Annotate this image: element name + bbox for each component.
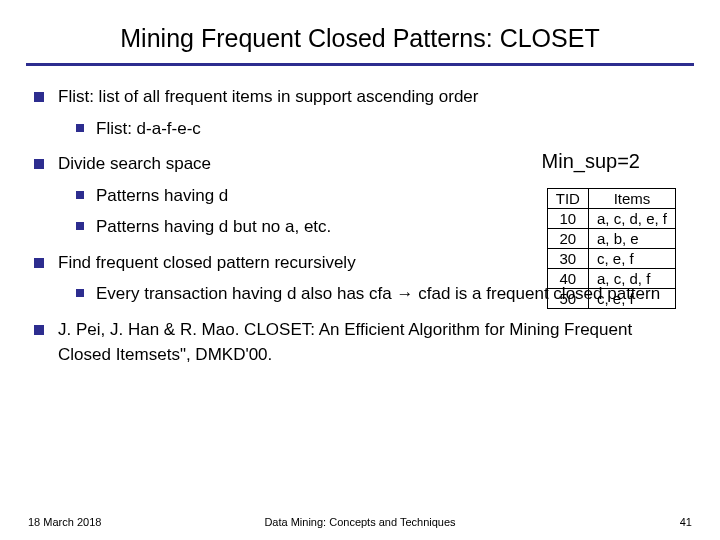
bullet-icon (76, 289, 84, 297)
arrow-icon: → (397, 284, 414, 303)
bullet-level1: J. Pei, J. Han & R. Mao. CLOSET: An Effi… (34, 317, 686, 368)
slide-title: Mining Frequent Closed Patterns: CLOSET (0, 0, 720, 63)
bullet-icon (34, 325, 44, 335)
cell-items: c, e, f (588, 289, 675, 309)
cell-items: a, c, d, e, f (588, 209, 675, 229)
bullet-icon (76, 124, 84, 132)
table-header-row: TID Items (547, 189, 675, 209)
title-underline (26, 63, 694, 66)
bullet-level2: Flist: d-a-f-e-c (76, 116, 686, 142)
bullet-text: Divide search space (58, 151, 211, 177)
bullet-icon (34, 159, 44, 169)
footer-page-number: 41 (680, 516, 692, 528)
table-row: 50 c, e, f (547, 289, 675, 309)
bullet-icon (76, 222, 84, 230)
transactions-table: TID Items 10 a, c, d, e, f 20 a, b, e 30… (547, 188, 676, 309)
table-row: 20 a, b, e (547, 229, 675, 249)
bullet-text: Find frequent closed pattern recursively (58, 250, 356, 276)
cell-tid: 10 (547, 209, 588, 229)
cell-items: c, e, f (588, 249, 675, 269)
cell-items: a, b, e (588, 229, 675, 249)
min-sup-label: Min_sup=2 (542, 150, 640, 173)
bullet-text: Patterns having d but no a, etc. (96, 214, 331, 240)
cell-items: a, c, d, f (588, 269, 675, 289)
table-row: 30 c, e, f (547, 249, 675, 269)
col-header-tid: TID (547, 189, 588, 209)
cell-tid: 30 (547, 249, 588, 269)
bullet-text: Flist: d-a-f-e-c (96, 116, 201, 142)
bullet-text: J. Pei, J. Han & R. Mao. CLOSET: An Effi… (58, 317, 686, 368)
cell-tid: 50 (547, 289, 588, 309)
text-part: Every transaction having d also has cfa (96, 284, 397, 303)
col-header-items: Items (588, 189, 675, 209)
table-row: 10 a, c, d, e, f (547, 209, 675, 229)
cell-tid: 40 (547, 269, 588, 289)
bullet-icon (34, 258, 44, 268)
bullet-icon (34, 92, 44, 102)
table-row: 40 a, c, d, f (547, 269, 675, 289)
slide: Mining Frequent Closed Patterns: CLOSET … (0, 0, 720, 540)
bullet-text: Flist: list of all frequent items in sup… (58, 84, 478, 110)
bullet-icon (76, 191, 84, 199)
cell-tid: 20 (547, 229, 588, 249)
bullet-text: Patterns having d (96, 183, 228, 209)
bullet-level1: Flist: list of all frequent items in sup… (34, 84, 686, 110)
footer-title: Data Mining: Concepts and Techniques (0, 516, 720, 528)
